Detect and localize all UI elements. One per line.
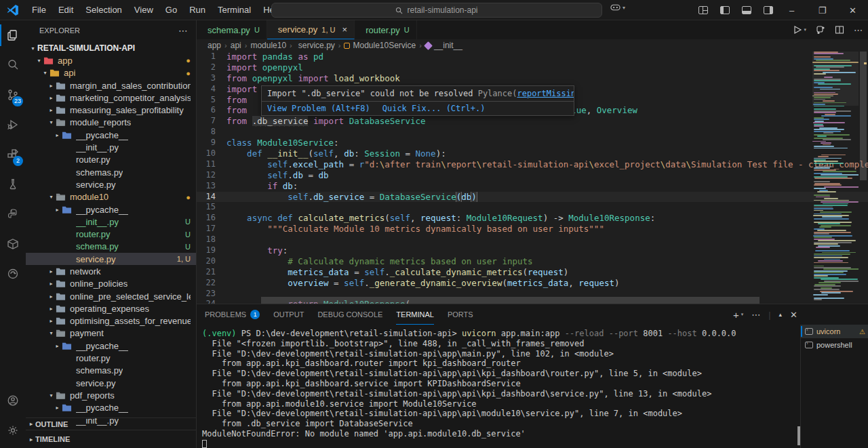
activity-containers[interactable] [0,229,26,259]
code-line[interactable]: 10 def __init__(self, db: Session = None… [197,148,868,159]
menu-run[interactable]: Run [183,0,212,20]
activity-source-control[interactable]: 23 [0,80,26,110]
run-python-file-button[interactable]: ▾ [793,25,806,35]
activity-testing[interactable] [0,169,26,199]
tree-item[interactable]: service.py [26,377,196,389]
chevron-down-icon[interactable]: ▾ [47,330,56,336]
new-terminal-button[interactable]: +▾ [733,309,743,321]
chevron-down-icon[interactable]: ▾ [47,392,56,399]
minimap[interactable] [812,52,859,304]
tree-item[interactable]: ▾module_reports [26,117,196,129]
customize-layout-icon[interactable] [698,6,708,14]
tree-item[interactable]: ▸online_policies [26,278,196,290]
tab-service.py[interactable]: service.py1, U× [267,20,355,39]
code-line[interactable]: 16 async def calculate_metrics(self, req… [197,213,868,224]
code-line[interactable]: 21 metrics_data = self._calculate_dynami… [197,267,868,278]
code-line[interactable]: 3from openpyxl import load_workbook [197,73,868,84]
chevron-right-icon[interactable]: ▸ [47,281,56,287]
code-line[interactable]: 14 self.db_service = DatabaseService(db) [197,192,868,203]
breadcrumb-item[interactable]: service.py [296,41,335,50]
tooltip-error-code-link[interactable]: reportMissingImports [517,89,574,98]
tree-item[interactable]: router.pyU [26,228,196,240]
tree-item[interactable]: ▸online_pre_selected_service_level [26,290,196,302]
minimize-button[interactable]: – [776,0,807,20]
tab-schema.py[interactable]: schema.pyU [197,20,267,39]
account-button[interactable] [0,386,26,415]
code-line[interactable]: 1import pandas as pd [197,52,868,62]
menu-selection[interactable]: Selection [79,0,127,20]
terminal-instance-powershell[interactable]: powershell [801,338,868,352]
tree-item[interactable]: ▸__pycache__ [26,340,196,352]
tree-item[interactable]: ▾app● [26,54,196,66]
chevron-down-icon[interactable]: ▾ [41,70,50,76]
activity-extensions[interactable]: 2 [0,140,26,169]
settings-button[interactable] [0,415,26,445]
run-dropdown-icon[interactable]: ▾ [804,27,806,33]
tree-item[interactable]: schemas.py [26,365,196,377]
toggle-sidebar-icon[interactable] [720,6,730,14]
menu-file[interactable]: File [26,0,52,20]
toggle-secondary-sidebar-icon[interactable] [764,6,773,14]
activity-github[interactable] [0,259,26,289]
breadcrumb[interactable]: app›api›module10›service.py›Module10Serv… [197,39,868,52]
activity-python[interactable] [0,199,26,229]
chevron-right-icon[interactable]: ▸ [53,343,62,349]
editor-horizontal-scrollbar[interactable] [261,297,760,304]
tree-item[interactable]: ▸__pycache__ [26,129,196,141]
tree-item[interactable]: ▸operating_expenses [26,302,196,314]
tab-router.py[interactable]: router.pyU [355,20,417,39]
tree-item[interactable]: ▸__pycache__ [26,402,196,414]
chevron-right-icon[interactable]: ▸ [47,107,56,113]
menu-edit[interactable]: Edit [52,0,79,20]
tree-item[interactable]: router.py [26,352,196,364]
breadcrumb-item[interactable]: module10 [250,41,286,50]
code-line[interactable]: 19 try: [197,245,868,256]
code-line[interactable]: 2import openpyxl [197,62,868,73]
timeline-section[interactable]: ▸TIMELINE [26,430,196,448]
activity-run-debug[interactable] [0,110,26,140]
code-line[interactable]: 7from .db_service import DatabaseService [197,116,868,127]
outline-section[interactable]: ▸OUTLINE [26,418,196,430]
tree-item[interactable]: ▸__pycache__ [26,203,196,216]
chevron-down-icon[interactable]: ▾ [47,194,56,200]
code-line[interactable]: 12 self.db = db [197,170,868,181]
close-button[interactable]: ✕ [837,0,868,20]
chevron-right-icon[interactable]: ▸ [47,306,56,312]
panel-tab-output[interactable]: OUTPUT [273,304,304,325]
open-changes-icon[interactable] [816,25,825,35]
restore-button[interactable]: ❐ [807,0,837,20]
panel-tab-problems[interactable]: PROBLEMS1 [205,304,260,325]
breadcrumb-item[interactable]: api [231,41,241,50]
code-line[interactable]: 20 # Calculate dynamic metrics based on … [197,256,868,267]
tree-item[interactable]: ▾pdf_reports [26,389,196,401]
terminal-profile-dropdown-icon[interactable]: ▾ [741,312,744,317]
chevron-right-icon[interactable]: ▸ [47,95,56,101]
tree-item[interactable]: service.py1, U [26,253,196,265]
chevron-right-icon[interactable]: ▸ [47,318,56,324]
code-line[interactable]: 22 overview = self._generate_dynamic_ove… [197,278,868,289]
panel-tab-terminal[interactable]: TERMINAL [396,304,434,325]
activity-explorer[interactable] [0,20,26,50]
tree-item[interactable]: service.py [26,178,196,190]
tree-item[interactable]: ▸measuring_sales_profitability [26,104,196,116]
explorer-more-actions[interactable]: ⋯ [178,25,188,36]
menu-go[interactable]: Go [159,0,183,20]
code-line[interactable]: 15 [197,202,868,213]
command-center-search[interactable]: retail-simulation-api [271,3,602,18]
code-line[interactable]: 18 [197,235,868,245]
tree-item[interactable]: __init__.py [26,141,196,153]
editor-vertical-scrollbar[interactable] [859,52,868,304]
split-editor-icon[interactable] [835,25,844,35]
toggle-panel-icon[interactable] [742,6,751,14]
code-line[interactable]: 8 [197,127,868,138]
chevron-right-icon[interactable]: ▸ [47,268,56,274]
tree-item[interactable]: ▸marketing_competitor_analysis [26,91,196,104]
view-problem-link[interactable]: View Problem (Alt+F8) [267,104,370,113]
panel-tab-ports[interactable]: PORTS [448,304,473,325]
tree-item[interactable]: schemas.py [26,166,196,178]
tree-item[interactable]: ▾api● [26,67,196,79]
maximize-panel-icon[interactable]: ▴ [779,311,783,318]
code-line[interactable]: 13 if db: [197,181,868,192]
tree-item[interactable]: ▾RETAIL-SIMULATION-API [26,42,196,54]
chevron-right-icon[interactable]: ▸ [47,83,56,89]
